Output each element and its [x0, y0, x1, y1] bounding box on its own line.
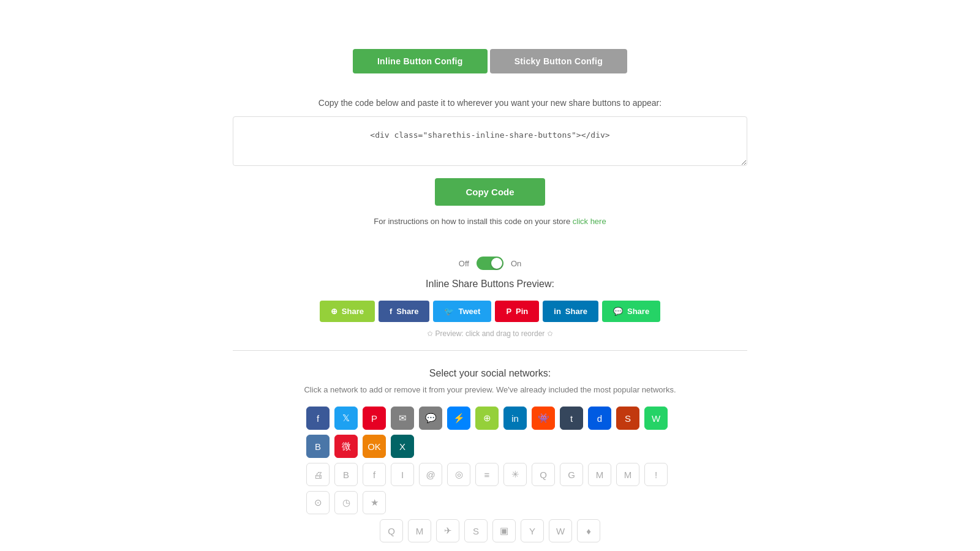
network-gmail[interactable]: M — [588, 463, 611, 486]
share-btn-facebook[interactable]: f Share — [379, 301, 429, 322]
sharethis-label: Share — [342, 307, 364, 316]
networks-grid-row1: f 𝕏 P ✉ 💬 ⚡ ⊕ in 👾 t d S W B 微 OK X — [306, 407, 674, 458]
network-wechat[interactable]: ♦ — [577, 519, 600, 542]
network-buffer[interactable]: ≡ — [475, 463, 499, 486]
whatsapp-label: Share — [627, 307, 649, 316]
share-btn-linkedin[interactable]: in Share — [543, 301, 598, 322]
share-btn-pinterest[interactable]: P Pin — [495, 301, 539, 322]
network-stumbleupon[interactable]: S — [616, 407, 639, 430]
network-qzone[interactable]: Q — [532, 463, 555, 486]
share-btn-sharethis[interactable]: ⊕ Share — [320, 301, 375, 322]
network-odnoklassniki[interactable]: ✳ — [503, 463, 527, 486]
network-pocket[interactable]: ◷ — [334, 491, 358, 514]
linkedin-icon: in — [554, 307, 561, 316]
network-blogger[interactable]: B — [334, 463, 358, 486]
network-google[interactable]: G — [560, 463, 583, 486]
networks-grid-row2: 🖨 B f I @ ◎ ≡ ✳ Q G M M ! ⊙ ◷ ★ — [306, 463, 674, 514]
network-twitter[interactable]: 𝕏 — [334, 407, 358, 430]
network-tumblr[interactable]: t — [560, 407, 583, 430]
network-vk[interactable]: B — [306, 435, 330, 458]
facebook-icon: f — [390, 307, 392, 316]
network-ok[interactable]: OK — [363, 435, 386, 458]
network-wordpress[interactable]: W — [549, 519, 572, 542]
network-whatsapp[interactable]: W — [644, 407, 668, 430]
network-messenger[interactable]: ⚡ — [447, 407, 470, 430]
instruction-text: Copy the code below and paste it to wher… — [318, 98, 662, 108]
network-instapaper[interactable]: I — [391, 463, 414, 486]
install-hint-text: For instructions on how to install this … — [374, 217, 572, 226]
click-here-link[interactable]: click here — [573, 217, 606, 226]
network-sharethis[interactable]: ⊕ — [475, 407, 499, 430]
network-skype[interactable]: S — [464, 519, 488, 542]
network-meneame[interactable]: ! — [644, 463, 668, 486]
tab-row: Inline Button Config Sticky Button Confi… — [352, 49, 628, 73]
networks-description: Click a network to add or remove it from… — [304, 385, 676, 394]
network-telegram[interactable]: ✈ — [436, 519, 459, 542]
copy-code-button[interactable]: Copy Code — [435, 178, 545, 206]
toggle-off-label: Off — [459, 259, 469, 268]
network-medium[interactable]: M — [616, 463, 639, 486]
network-telegram2[interactable]: ▣ — [492, 519, 516, 542]
network-fotki[interactable]: ◎ — [447, 463, 470, 486]
share-buttons-preview: ⊕ Share f Share 🐦 Tweet P Pin in Share 💬… — [320, 301, 660, 322]
drag-hint: ✩ Preview: click and drag to reorder ✩ — [427, 329, 552, 338]
network-flipboard[interactable]: f — [363, 463, 386, 486]
network-linkedin[interactable]: in — [503, 407, 527, 430]
network-weibo[interactable]: 微 — [334, 435, 358, 458]
network-sms[interactable]: 💬 — [419, 407, 442, 430]
pinterest-icon: P — [506, 307, 511, 316]
toggle-on-label: On — [511, 259, 521, 268]
network-meetup[interactable]: M — [408, 519, 431, 542]
network-print[interactable]: 🖨 — [306, 463, 330, 486]
networks-title: Select your social networks: — [429, 368, 551, 379]
network-digg[interactable]: d — [588, 407, 611, 430]
network-yummly[interactable]: Y — [521, 519, 544, 542]
share-btn-whatsapp[interactable]: 💬 Share — [602, 301, 660, 322]
networks-grid-row3: Q M ✈ S ▣ Y W ♦ — [306, 519, 674, 542]
whatsapp-icon: 💬 — [613, 307, 623, 316]
network-email[interactable]: ✉ — [391, 407, 414, 430]
facebook-label: Share — [396, 307, 418, 316]
twitter-label: Tweet — [458, 307, 480, 316]
code-textarea[interactable]: <div class="sharethis-inline-share-butto… — [233, 116, 747, 166]
network-mail-ru[interactable]: @ — [419, 463, 442, 486]
share-btn-twitter[interactable]: 🐦 Tweet — [433, 301, 491, 322]
toggle-switch[interactable] — [477, 257, 503, 270]
pinterest-label: Pin — [516, 307, 528, 316]
network-pinterest[interactable]: P — [363, 407, 386, 430]
install-hint: For instructions on how to install this … — [374, 217, 606, 226]
network-myspace[interactable]: ⊙ — [306, 491, 330, 514]
linkedin-label: Share — [565, 307, 587, 316]
sharethis-icon: ⊕ — [331, 307, 337, 316]
tab-sticky[interactable]: Sticky Button Config — [490, 49, 627, 73]
page-wrapper: Inline Button Config Sticky Button Confi… — [0, 0, 980, 551]
tab-inline[interactable]: Inline Button Config — [353, 49, 488, 73]
network-xing[interactable]: X — [391, 435, 414, 458]
network-facebook[interactable]: f — [306, 407, 330, 430]
toggle-thumb — [491, 258, 502, 269]
twitter-icon: 🐦 — [444, 307, 454, 316]
network-quora[interactable]: Q — [380, 519, 403, 542]
toggle-row: Off On — [459, 257, 521, 270]
network-reddit[interactable]: 👾 — [532, 407, 555, 430]
preview-title: Inline Share Buttons Preview: — [426, 279, 554, 290]
network-rss[interactable]: ★ — [363, 491, 386, 514]
section-divider — [233, 350, 747, 351]
